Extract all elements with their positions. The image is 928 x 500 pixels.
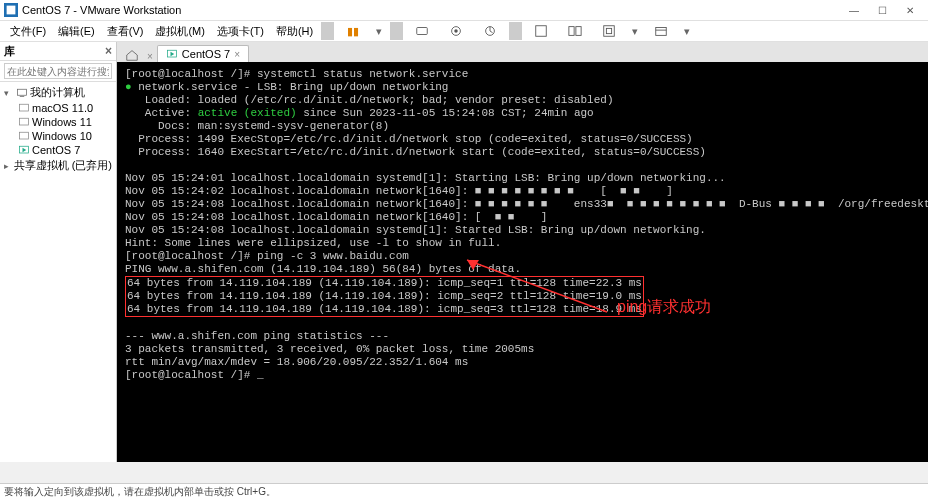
menu-edit[interactable]: 编辑(E) [52, 22, 101, 40]
toolbar-unity-button[interactable] [558, 22, 592, 40]
sidebar-header: 库 [4, 44, 15, 59]
svg-rect-9 [604, 26, 615, 37]
vm-console-terminal[interactable]: [root@localhost /]# systemctl status net… [117, 62, 928, 462]
library-sidebar: 库 × ▾ 我的计算机 macOS 11.0 Windows 11 Window… [0, 42, 117, 462]
vm-running-icon [166, 48, 178, 60]
svg-rect-10 [607, 28, 612, 33]
annotation-arrow [457, 252, 617, 322]
svg-rect-17 [20, 132, 29, 139]
menu-tabs[interactable]: 选项卡(T) [211, 22, 270, 40]
tab-strip: × CentOS 7 × [117, 42, 928, 62]
svg-point-4 [454, 29, 458, 33]
svg-rect-6 [536, 26, 547, 37]
window-minimize-button[interactable]: — [840, 1, 868, 19]
svg-rect-8 [576, 27, 581, 36]
tab-close-button[interactable]: × [234, 49, 240, 60]
window-title: CentOS 7 - VMware Workstation [22, 4, 181, 16]
menu-file[interactable]: 文件(F) [4, 22, 52, 40]
svg-rect-15 [20, 104, 29, 111]
vm-running-icon [18, 144, 30, 156]
svg-rect-7 [569, 27, 574, 36]
tree-root-my-computer[interactable]: ▾ 我的计算机 [0, 84, 116, 101]
toolbar-fullscreen-button[interactable] [524, 22, 558, 40]
annotation-text: ping请求成功 [617, 300, 711, 313]
window-close-button[interactable]: ✕ [896, 1, 924, 19]
menu-help[interactable]: 帮助(H) [270, 22, 319, 40]
toolbar-snapshot-manager-button[interactable] [473, 22, 507, 40]
toolbar-power-button[interactable]: ▮▮ [336, 22, 370, 40]
computer-icon [16, 87, 28, 99]
tree-shared-vms[interactable]: ▸ 共享虚拟机 (已弃用) [0, 157, 116, 174]
toolbar-library-button[interactable] [644, 22, 678, 40]
sidebar-close-button[interactable]: × [105, 44, 112, 58]
status-text: 要将输入定向到该虚拟机，请在虚拟机内部单击或按 Ctrl+G。 [4, 485, 276, 499]
library-search-input[interactable] [4, 63, 112, 79]
vm-icon [18, 102, 30, 114]
tree-vm-win10[interactable]: Windows 10 [0, 129, 116, 143]
status-bar: 要将输入定向到该虚拟机，请在虚拟机内部单击或按 Ctrl+G。 [0, 483, 928, 500]
menu-view[interactable]: 查看(V) [101, 22, 150, 40]
window-titlebar: CentOS 7 - VMware Workstation — ☐ ✕ [0, 0, 928, 21]
window-maximize-button[interactable]: ☐ [868, 1, 896, 19]
vm-tree: ▾ 我的计算机 macOS 11.0 Windows 11 Windows 10… [0, 82, 116, 462]
menu-vm[interactable]: 虚拟机(M) [149, 22, 211, 40]
shared-icon [11, 160, 12, 172]
toolbar-stretch-button[interactable] [592, 22, 626, 40]
svg-marker-26 [467, 260, 479, 270]
menu-bar: 文件(F) 编辑(E) 查看(V) 虚拟机(M) 选项卡(T) 帮助(H) ▮▮… [0, 21, 928, 42]
tree-vm-centos7[interactable]: CentOS 7 [0, 143, 116, 157]
vm-icon [18, 130, 30, 142]
svg-rect-16 [20, 118, 29, 125]
toolbar-snapshot-button[interactable] [439, 22, 473, 40]
tree-vm-win11[interactable]: Windows 11 [0, 115, 116, 129]
svg-marker-24 [170, 52, 174, 57]
svg-rect-14 [20, 96, 25, 97]
svg-rect-13 [18, 89, 27, 95]
tab-centos7[interactable]: CentOS 7 × [157, 45, 249, 62]
svg-rect-1 [7, 6, 16, 15]
svg-rect-2 [417, 28, 428, 35]
vmware-icon [4, 3, 18, 17]
svg-marker-19 [23, 148, 27, 153]
toolbar-send-ctrl-alt-del-button[interactable] [405, 22, 439, 40]
tree-vm-macos[interactable]: macOS 11.0 [0, 101, 116, 115]
svg-rect-11 [656, 28, 667, 36]
svg-line-25 [467, 260, 607, 312]
home-tab-icon[interactable] [125, 48, 139, 62]
vm-icon [18, 116, 30, 128]
home-tab-close[interactable]: × [143, 51, 157, 62]
